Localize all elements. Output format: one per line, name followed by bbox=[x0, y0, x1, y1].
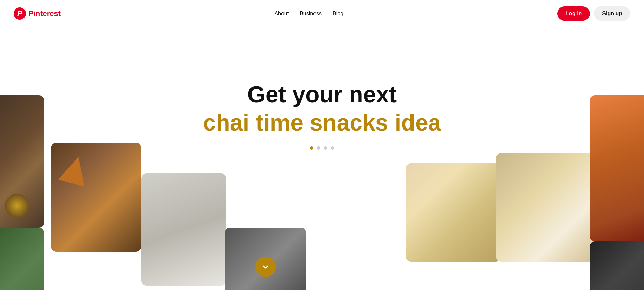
tea-image bbox=[0, 95, 44, 228]
navbar: P Pinterest About Business Blog Log in S… bbox=[0, 0, 644, 27]
bottom-right-image bbox=[590, 241, 644, 290]
scroll-down-button[interactable] bbox=[255, 257, 276, 277]
samosa-image bbox=[51, 143, 141, 252]
dal-idli-image bbox=[406, 163, 501, 262]
navbar-actions: Log in Sign up bbox=[557, 6, 630, 21]
biscuit-image bbox=[141, 173, 226, 286]
dot-1[interactable] bbox=[310, 146, 313, 150]
bottom-left-image bbox=[0, 228, 44, 290]
nav-links: About Business Blog bbox=[274, 11, 343, 17]
nav-blog[interactable]: Blog bbox=[333, 11, 343, 17]
dot-4[interactable] bbox=[331, 146, 334, 150]
image-mosaic bbox=[0, 27, 644, 290]
sandwich-image bbox=[590, 95, 644, 241]
chevron-down-icon bbox=[261, 263, 270, 271]
nav-business[interactable]: Business bbox=[300, 11, 322, 17]
brand-name: Pinterest bbox=[29, 9, 61, 18]
hero-dots bbox=[310, 146, 334, 150]
hero-title-line2: chai time snacks idea bbox=[203, 110, 441, 135]
scroll-image bbox=[225, 228, 306, 290]
dot-3[interactable] bbox=[324, 146, 327, 150]
logo-link[interactable]: P Pinterest bbox=[14, 7, 61, 20]
pinterest-logo-icon: P bbox=[14, 7, 26, 20]
idli-image bbox=[496, 153, 596, 262]
dot-2[interactable] bbox=[317, 146, 320, 150]
signup-button[interactable]: Sign up bbox=[594, 6, 630, 21]
nav-about[interactable]: About bbox=[274, 11, 289, 17]
hero-section: Get your next chai time snacks idea bbox=[0, 27, 644, 290]
login-button[interactable]: Log in bbox=[557, 6, 590, 21]
hero-title-line1: Get your next bbox=[247, 82, 397, 107]
